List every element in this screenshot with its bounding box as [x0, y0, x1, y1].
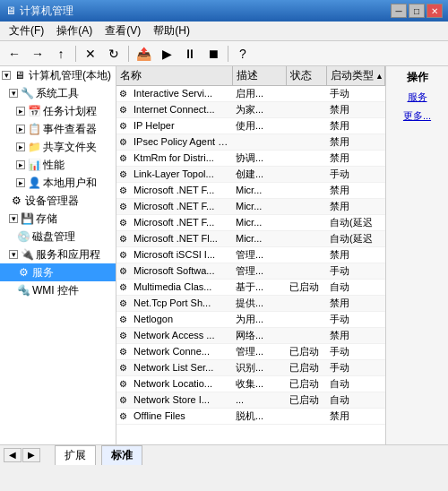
- toolbar-up-button[interactable]: ↑: [50, 44, 72, 64]
- service-row[interactable]: ⚙Microsoft iSCSI I...管理...禁用: [116, 247, 385, 263]
- service-row[interactable]: ⚙Network Conne...管理...已启动手动: [116, 344, 385, 360]
- tree-label-systools: 系统工具: [36, 85, 79, 101]
- systools-icon: 🔧: [20, 86, 34, 100]
- service-row[interactable]: ⚙KtmRm for Distri...协调...禁用: [116, 151, 385, 167]
- tree-item-systools[interactable]: ▾ 🔧 系统工具: [0, 84, 116, 102]
- menu-bar: 文件(F) 操作(A) 查看(V) 帮助(H): [0, 22, 448, 41]
- window-title: 计算机管理: [20, 4, 73, 19]
- service-desc: 脱机...: [233, 409, 287, 424]
- tab-expand[interactable]: 扩展: [55, 445, 96, 465]
- menu-action[interactable]: 操作(A): [51, 22, 98, 40]
- tree-expand-systools[interactable]: ▾: [9, 89, 18, 98]
- menu-help[interactable]: 帮助(H): [148, 22, 195, 40]
- toolbar-pause-button[interactable]: ⏸: [179, 44, 201, 64]
- title-bar: 🖥 计算机管理 ─ □ ✕: [0, 0, 448, 22]
- tab-standard[interactable]: 标准: [101, 445, 142, 465]
- service-row[interactable]: ⚙Net.Tcp Port Sh...提供...禁用: [116, 296, 385, 312]
- service-row[interactable]: ⚙Microsoft .NET F...Micr...自动(延迟: [116, 215, 385, 231]
- service-status: 已启动: [287, 392, 327, 408]
- tree-expand-eventviewer[interactable]: ▸: [16, 125, 25, 134]
- tree-panel: ▾ 🖥 计算机管理(本地) ▾ 🔧 系统工具 ▸ 📅 任务计划程 ▸ 📋 事件查…: [0, 66, 116, 444]
- tree-expand-localusers[interactable]: ▸: [16, 178, 25, 187]
- service-icon: ⚙: [116, 296, 131, 311]
- toolbar-separator2: [128, 46, 129, 62]
- tree-item-storage[interactable]: ▾ 💾 存储: [0, 210, 116, 228]
- service-name: Network Access ...: [131, 328, 233, 343]
- tree-expand-taskschd[interactable]: ▸: [16, 107, 25, 116]
- toolbar-stop2-button[interactable]: ⏹: [202, 44, 224, 64]
- menu-view[interactable]: 查看(V): [99, 22, 146, 40]
- service-row[interactable]: ⚙Microsoft .NET F...Micr...禁用: [116, 183, 385, 199]
- toolbar-properties-button[interactable]: ▶: [156, 44, 177, 64]
- services-panel: 名称 描述 状态 启动类型▲ ⚙Interactive Servi...启用..…: [116, 66, 385, 444]
- service-row[interactable]: ⚙Network Access ...网络...禁用: [116, 328, 385, 344]
- service-desc: 启用...: [233, 86, 287, 101]
- col-header-desc[interactable]: 描述: [233, 66, 287, 85]
- service-row[interactable]: ⚙Network Locatio...收集...已启动自动: [116, 376, 385, 392]
- toolbar-export-button[interactable]: 📤: [133, 44, 154, 64]
- tree-expand-svcapp[interactable]: ▾: [9, 250, 18, 259]
- toolbar-refresh-button[interactable]: ↻: [103, 44, 125, 64]
- service-desc: 使用...: [233, 118, 287, 134]
- service-row[interactable]: ⚙Microsoft .NET F...Micr...禁用: [116, 199, 385, 215]
- tree-item-eventviewer[interactable]: ▸ 📋 事件查看器: [0, 120, 116, 138]
- service-row[interactable]: ⚙Network Store I......已启动自动: [116, 392, 385, 409]
- tree-expand-perf[interactable]: ▸: [16, 160, 25, 169]
- toolbar-stop-button[interactable]: ✕: [80, 44, 101, 64]
- service-desc: 为家...: [233, 102, 287, 117]
- service-startup: 自动(延迟: [327, 231, 385, 246]
- minimize-button[interactable]: ─: [391, 4, 407, 18]
- service-icon: ⚙: [116, 151, 131, 166]
- window-icon: 🖥: [5, 4, 16, 17]
- status-prev-button[interactable]: ◀: [4, 448, 22, 462]
- operations-panel: 操作 服务 更多...: [385, 66, 448, 444]
- tree-item-localusers[interactable]: ▸ 👤 本地用户和: [0, 174, 116, 192]
- service-row[interactable]: ⚙Interactive Servi...启用...手动: [116, 86, 385, 102]
- operations-more-button[interactable]: 更多...: [390, 108, 444, 125]
- service-desc: Micr...: [233, 215, 287, 230]
- tree-expand-shares[interactable]: ▸: [16, 142, 25, 151]
- service-desc: 提供...: [233, 296, 287, 311]
- services-icon: ⚙: [16, 265, 30, 280]
- service-row[interactable]: ⚙Offline Files脱机...禁用: [116, 409, 385, 425]
- service-name: Link-Layer Topol...: [131, 167, 233, 182]
- operations-services-label[interactable]: 服务: [390, 89, 444, 106]
- col-header-status[interactable]: 状态: [287, 66, 327, 85]
- service-row[interactable]: ⚙Link-Layer Topol...创建...手动: [116, 167, 385, 183]
- service-row[interactable]: ⚙Netlogon为用...手动: [116, 312, 385, 328]
- tree-item-root[interactable]: ▾ 🖥 计算机管理(本地): [0, 66, 116, 84]
- column-headers: 名称 描述 状态 启动类型▲: [116, 66, 385, 86]
- col-header-name[interactable]: 名称: [116, 66, 233, 85]
- tree-item-wmi[interactable]: 🔩 WMI 控件: [0, 281, 116, 299]
- tree-expand-root[interactable]: ▾: [2, 71, 11, 80]
- service-startup: 手动: [327, 360, 385, 375]
- toolbar-help-button[interactable]: ?: [232, 44, 254, 64]
- maximize-button[interactable]: □: [409, 4, 425, 18]
- taskschd-icon: 📅: [27, 104, 41, 118]
- tree-item-shares[interactable]: ▸ 📁 共享文件夹: [0, 138, 116, 156]
- service-name: KtmRm for Distri...: [131, 151, 233, 166]
- service-row[interactable]: ⚙Multimedia Clas...基于...已启动自动: [116, 280, 385, 296]
- menu-file[interactable]: 文件(F): [4, 22, 49, 40]
- service-icon: ⚙: [116, 344, 131, 359]
- toolbar-forward-button[interactable]: →: [27, 44, 48, 64]
- tree-item-devmgr[interactable]: ⚙ 设备管理器: [0, 192, 116, 210]
- service-status: 已启动: [287, 280, 327, 295]
- tree-item-svcapp[interactable]: ▾ 🔌 服务和应用程: [0, 246, 116, 263]
- toolbar-back-button[interactable]: ←: [4, 44, 25, 64]
- close-button[interactable]: ✕: [426, 4, 443, 18]
- tree-item-services[interactable]: ⚙ 服务: [0, 263, 116, 281]
- service-row[interactable]: ⚙Internet Connect...为家...禁用: [116, 102, 385, 118]
- service-row[interactable]: ⚙Network List Ser...识别...已启动手动: [116, 360, 385, 376]
- service-row[interactable]: ⚙IPsec Policy Agent Inter...禁用: [116, 134, 385, 151]
- tree-item-perf[interactable]: ▸ 📊 性能: [0, 156, 116, 174]
- tree-item-taskschd[interactable]: ▸ 📅 任务计划程: [0, 102, 116, 120]
- tree-item-diskmgmt[interactable]: 💿 磁盘管理: [0, 228, 116, 246]
- col-header-startup[interactable]: 启动类型▲: [327, 66, 385, 85]
- status-next-button[interactable]: ▶: [22, 448, 40, 462]
- service-row[interactable]: ⚙Microsoft Softwa...管理...手动: [116, 263, 385, 280]
- tree-expand-storage[interactable]: ▾: [9, 214, 18, 223]
- service-row[interactable]: ⚙IP Helper使用...禁用: [116, 118, 385, 134]
- service-icon: ⚙: [116, 102, 131, 117]
- service-row[interactable]: ⚙Microsoft .NET Fl...Micr...自动(延迟: [116, 231, 385, 247]
